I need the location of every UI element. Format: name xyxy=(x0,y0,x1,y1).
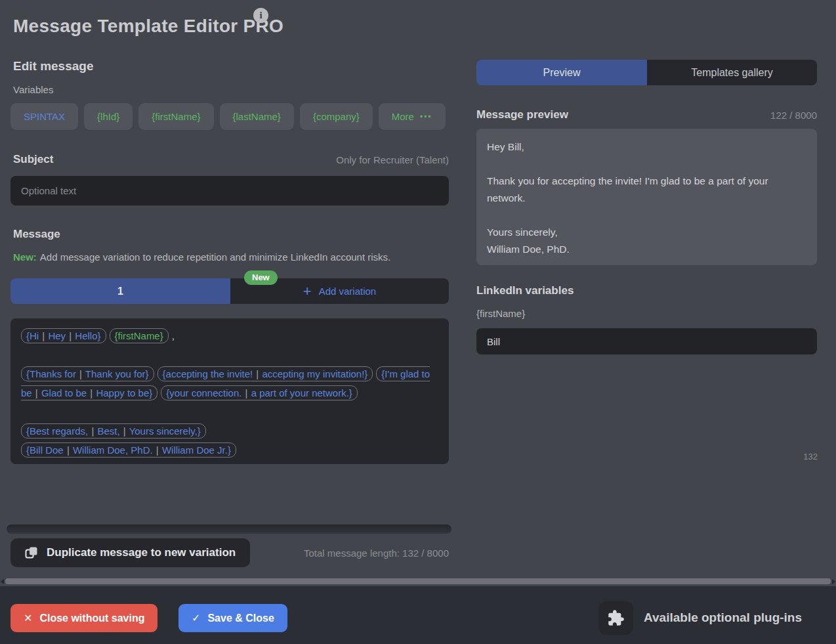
copy-icon xyxy=(25,546,38,559)
spintax-separator: | xyxy=(245,387,249,398)
footer-bar: ✕ Close without saving ✓ Save & Close Av… xyxy=(0,586,836,644)
duplicate-message-button[interactable]: Duplicate message to new variation xyxy=(10,538,250,567)
scroll-right-arrow-icon[interactable] xyxy=(832,579,835,584)
spintax-pill[interactable]: {accepting the invite! | accepting my in… xyxy=(157,366,373,381)
chip-lhid[interactable]: {lhId} xyxy=(84,103,133,130)
plugins-label: Available optional plug-ins xyxy=(644,611,802,625)
spintax-pill[interactable]: {Bill Doe | William Doe, PhD. | William … xyxy=(21,442,236,458)
spintax-separator: | xyxy=(89,387,93,398)
editor-line: {Thanks for | Thank you for}{accepting t… xyxy=(21,364,438,402)
spintax-separator: | xyxy=(68,330,72,341)
save-and-close-button[interactable]: ✓ Save & Close xyxy=(178,604,287,632)
chip-company[interactable]: {company} xyxy=(300,103,373,130)
puzzle-icon xyxy=(607,609,625,627)
spintax-separator: | xyxy=(123,425,127,437)
message-note: New:Add message variation to reduce repe… xyxy=(13,251,390,263)
subject-label: Subject xyxy=(13,153,53,166)
more-dots-icon: ••• xyxy=(420,112,432,121)
new-note-text: Add message variation to reduce repetiti… xyxy=(40,251,390,263)
spintax-separator: | xyxy=(41,330,45,341)
variables-label: Variables xyxy=(13,84,53,95)
preview-char-counter: 122 / 8000 xyxy=(686,110,817,121)
chip-firstname[interactable]: {firstName} xyxy=(138,103,213,130)
message-template-editor-window: Message Template Editor PRO i Edit messa… xyxy=(0,0,836,644)
message-label: Message xyxy=(13,228,60,241)
editor-line xyxy=(21,345,438,364)
spintax-separator: | xyxy=(156,444,159,456)
add-variation-label: Add variation xyxy=(319,286,377,297)
page-title: Message Template Editor PRO xyxy=(13,16,283,37)
firstname-variable-label: {firstName} xyxy=(476,308,525,319)
linkedin-variables-heading: LinkedIn variables xyxy=(476,284,574,297)
editor-line: {Best regards, | Best, | Yours sincerely… xyxy=(21,421,438,440)
total-message-length: Total message length: 132 / 8000 xyxy=(253,547,449,559)
subject-input[interactable] xyxy=(10,176,449,205)
variation-tabs: 1 + Add variation xyxy=(10,278,449,304)
chip-more[interactable]: More••• xyxy=(379,103,446,130)
spintax-pill[interactable]: {your connection. | a part of your netwo… xyxy=(161,385,358,400)
new-feature-badge: New xyxy=(244,270,278,285)
editor-line: {Bill Doe | William Doe, PhD. | William … xyxy=(21,440,438,460)
spintax-pill[interactable]: {Best regards, | Best, | Yours sincerely… xyxy=(21,423,206,439)
horizontal-scrollbar xyxy=(0,576,836,586)
tab-preview[interactable]: Preview xyxy=(476,60,647,85)
spintax-separator: | xyxy=(91,425,94,437)
info-icon[interactable]: i xyxy=(253,8,268,23)
variation-tab-1[interactable]: 1 xyxy=(10,278,230,304)
tab-templates-gallery[interactable]: Templates gallery xyxy=(647,60,817,85)
editor-line xyxy=(21,402,438,421)
message-editor[interactable]: {Hi | Hey | Hello}{firstName}, {Thanks f… xyxy=(10,318,449,464)
right-panel-tabs: Preview Templates gallery xyxy=(476,60,817,85)
close-button-label: Close without saving xyxy=(39,612,144,624)
duplicate-message-label: Duplicate message to new variation xyxy=(47,546,236,559)
variable-chips-row: SPINTAX {lhId} {firstName} {lastName} {c… xyxy=(10,103,446,130)
plugins-button[interactable] xyxy=(598,601,633,635)
subject-hint: Only for Recruiter (Talent) xyxy=(252,154,449,165)
firstname-variable-input[interactable] xyxy=(476,328,817,354)
editor-char-counter: 132 xyxy=(803,452,818,462)
check-icon: ✓ xyxy=(192,612,200,624)
chip-lastname[interactable]: {lastName} xyxy=(220,103,294,130)
close-without-saving-button[interactable]: ✕ Close without saving xyxy=(10,604,157,632)
message-preview-box: Hey Bill, Thank you for accepting the in… xyxy=(476,129,817,265)
horizontal-scrollbar-thumb[interactable] xyxy=(5,578,831,584)
spintax-pill[interactable]: {Hi | Hey | Hello} xyxy=(21,328,106,343)
new-note-prefix: New: xyxy=(13,251,37,263)
spintax-separator: | xyxy=(79,368,83,379)
edit-message-heading: Edit message xyxy=(13,59,94,74)
chip-spintax[interactable]: SPINTAX xyxy=(10,103,78,130)
scroll-left-arrow-icon[interactable] xyxy=(1,579,4,584)
close-icon: ✕ xyxy=(24,612,32,624)
horizontal-divider xyxy=(7,525,451,534)
spintax-separator: | xyxy=(35,387,39,398)
editor-line: {Hi | Hey | Hello}{firstName}, xyxy=(21,326,438,345)
spintax-separator: | xyxy=(66,444,70,456)
plus-icon: + xyxy=(303,284,312,299)
message-preview-heading: Message preview xyxy=(476,108,568,121)
spintax-pill[interactable]: {Thanks for | Thank you for} xyxy=(21,366,154,381)
spintax-separator: | xyxy=(255,368,259,379)
save-button-label: Save & Close xyxy=(207,612,274,624)
variable-pill[interactable]: {firstName} xyxy=(110,328,169,343)
